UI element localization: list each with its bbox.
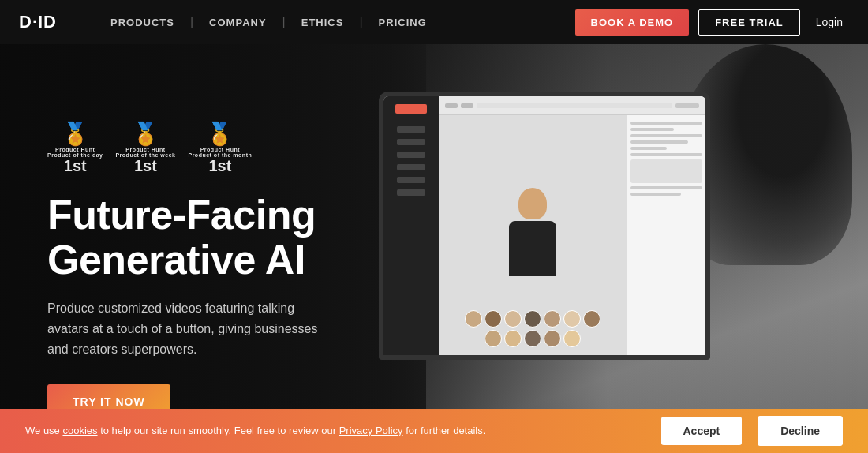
avatar-head xyxy=(518,188,547,219)
award-month-wreath: 🏅 xyxy=(206,123,234,145)
free-trial-button[interactable]: FREE TRIAL xyxy=(698,9,800,36)
avatar-thumb xyxy=(544,310,561,328)
hero-subtext: Produce customized videos featuring talk… xyxy=(47,298,331,359)
award-day-wreath: 🏅 xyxy=(62,123,89,145)
laptop-screen xyxy=(383,96,705,355)
nav-links: PRODUCTS | COMPANY | ETHICS | PRICING xyxy=(95,15,575,29)
hero-content: 🏅 Product HuntProduct of the day 1st 🏅 P… xyxy=(47,123,331,419)
book-demo-button[interactable]: BOOK A DEMO xyxy=(575,9,690,36)
award-week-rank: 1st xyxy=(134,158,157,174)
awards-row: 🏅 Product HuntProduct of the day 1st 🏅 P… xyxy=(47,123,331,174)
cookie-text-after: for further details. xyxy=(403,425,486,436)
login-button[interactable]: Login xyxy=(810,16,849,28)
privacy-policy-link[interactable]: Privacy Policy xyxy=(339,425,403,436)
avatar-thumb xyxy=(485,310,502,328)
avatar-thumb xyxy=(563,310,581,328)
avatar-thumb xyxy=(524,330,541,347)
avatar-thumb xyxy=(485,330,502,347)
laptop-video-area xyxy=(439,115,627,355)
award-day-title: Product HuntProduct of the day xyxy=(47,147,103,158)
cookie-text-middle: to help our site run smoothly. Feel free… xyxy=(98,425,339,436)
navbar: D·ID PRODUCTS | COMPANY | ETHICS | PRICI… xyxy=(0,0,868,44)
award-week-wreath: 🏅 xyxy=(132,123,159,145)
award-day-rank: 1st xyxy=(64,158,87,174)
cookies-link[interactable]: cookies xyxy=(62,425,97,436)
hero-section: 🏅 Product HuntProduct of the day 1st 🏅 P… xyxy=(0,44,868,453)
nav-company[interactable]: COMPANY xyxy=(193,17,282,28)
logo-text: D·ID xyxy=(19,12,57,32)
award-week-title: Product HuntProduct of the week xyxy=(115,147,175,158)
avatar-thumb xyxy=(504,310,522,328)
award-week: 🏅 Product HuntProduct of the week 1st xyxy=(115,123,175,174)
award-month: 🏅 Product HuntProduct of the month 1st xyxy=(188,123,252,174)
avatar-presenter xyxy=(501,188,564,283)
accept-button[interactable]: Accept xyxy=(661,417,743,445)
nav-pricing[interactable]: PRICING xyxy=(363,17,443,28)
award-month-title: Product HuntProduct of the month xyxy=(188,147,252,158)
cookie-text-before: We use xyxy=(25,425,62,436)
laptop-main-area xyxy=(439,96,705,355)
laptop-sidebar xyxy=(383,96,439,355)
cookie-banner: We use cookies to help our site run smoo… xyxy=(0,409,868,453)
avatar-grid xyxy=(462,310,604,347)
decline-button[interactable]: Decline xyxy=(758,416,843,446)
nav-ethics[interactable]: ETHICS xyxy=(286,17,360,28)
laptop xyxy=(379,92,710,360)
award-day: 🏅 Product HuntProduct of the day 1st xyxy=(47,123,103,174)
avatar-body xyxy=(509,221,556,276)
laptop-topbar xyxy=(439,96,705,115)
hero-heading: Future-FacingGenerative AI xyxy=(47,193,331,283)
nav-products[interactable]: PRODUCTS xyxy=(95,17,190,28)
avatar-thumb xyxy=(465,310,482,328)
nav-right: BOOK A DEMO FREE TRIAL Login xyxy=(575,9,849,36)
avatar-thumb xyxy=(544,330,561,347)
cookie-text: We use cookies to help our site run smoo… xyxy=(25,424,645,438)
avatar-thumb xyxy=(583,310,600,328)
award-month-rank: 1st xyxy=(208,158,231,174)
avatar-thumb xyxy=(524,310,541,328)
logo[interactable]: D·ID xyxy=(19,12,57,32)
avatar-thumb xyxy=(504,330,522,347)
laptop-right-panel xyxy=(627,115,705,355)
laptop-content xyxy=(439,115,705,355)
avatar-thumb xyxy=(563,330,581,347)
